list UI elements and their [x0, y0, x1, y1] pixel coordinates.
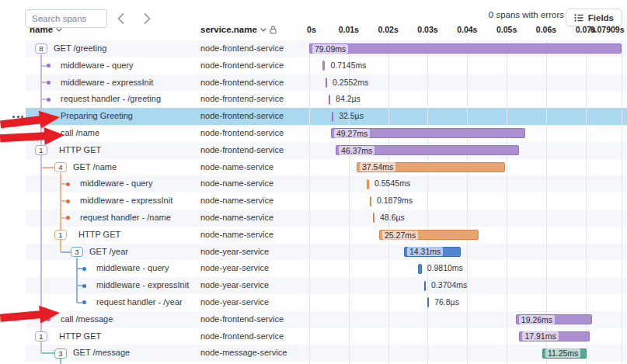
span-actions-button[interactable] — [12, 116, 23, 118]
span-duration-label: 46.37ms — [339, 146, 374, 155]
span-row[interactable]: middleware - expressInitnode-year-servic… — [0, 277, 627, 294]
span-bar: 14.31ms — [404, 247, 461, 257]
span-count-badge[interactable]: 1 — [35, 145, 47, 155]
axis-tick-label: 0.06s — [536, 25, 556, 34]
span-bar — [326, 78, 327, 88]
span-duration-label: 11.25ms — [545, 348, 581, 358]
span-duration-label: 0.1879ms — [377, 192, 413, 210]
span-service-name: node-name-service — [200, 159, 273, 176]
span-row[interactable]: request handler - /namenode-name-service… — [0, 210, 627, 227]
span-duration-label: 32.5µs — [339, 108, 364, 125]
tree-stub — [61, 183, 66, 185]
span-bar — [329, 95, 330, 105]
chevron-down-icon — [56, 28, 62, 32]
span-name: middleware - query — [80, 175, 153, 192]
span-duration-label: 17.91ms — [522, 331, 558, 341]
span-service-name: node-frontend-service — [200, 311, 284, 328]
span-row[interactable]: 4GET /namenode-name-service37.54ms — [0, 159, 627, 176]
span-duration-label: 76.8µs — [434, 294, 459, 311]
span-duration-label: 79.09ms — [312, 44, 348, 54]
axis-tick-label: 0.02s — [378, 25, 399, 34]
span-row[interactable]: 8GET /greetingnode-frontend-service79.09… — [0, 40, 627, 57]
tree-stub — [77, 268, 82, 269]
span-name: middleware - expressInit — [61, 75, 153, 92]
span-service-name: node-name-service — [200, 175, 273, 192]
tree-stub — [77, 285, 82, 286]
span-service-name: node-year-service — [200, 294, 269, 311]
span-rows: 8GET /greetingnode-frontend-service79.09… — [0, 40, 627, 364]
span-bar: 79.09ms — [309, 43, 622, 54]
axis-tick-label: 0.07909s — [590, 25, 625, 34]
span-bar — [418, 264, 422, 274]
span-service-name: node-frontend-service — [200, 142, 284, 159]
span-dot-icon — [47, 81, 51, 85]
span-name: middleware - query — [96, 260, 169, 277]
span-dot-icon — [47, 98, 51, 102]
span-count-badge[interactable]: 1 — [54, 230, 67, 240]
span-service-name: node-name-service — [200, 227, 273, 244]
span-row[interactable]: middleware - querynode-frontend-service0… — [0, 57, 627, 75]
span-count-badge[interactable]: 3 — [54, 348, 67, 359]
span-duration-label: 0.7145ms — [330, 57, 366, 75]
tree-stub — [41, 133, 47, 134]
span-row[interactable]: request handler - /greetingnode-frontend… — [0, 91, 627, 108]
trace-waterfall-view: 0 spans with errors Fields name service.… — [0, 0, 627, 364]
span-row[interactable]: call /messagenode-frontend-service19.26m… — [0, 311, 627, 328]
span-duration-label: 25.27ms — [382, 231, 418, 240]
span-row[interactable]: middleware - querynode-year-service0.981… — [0, 260, 627, 277]
span-row[interactable]: 1HTTP GETnode-frontend-service17.91ms — [0, 328, 627, 345]
span-row[interactable]: 1HTTP GETnode-frontend-service46.37ms — [0, 142, 627, 159]
span-dot-icon — [47, 131, 51, 135]
span-name: GET /name — [73, 159, 117, 176]
span-bar — [373, 213, 374, 223]
span-row[interactable]: 1HTTP GETnode-name-service25.27ms — [0, 227, 627, 244]
span-duration-label: 84.2µs — [336, 91, 361, 108]
span-bar — [427, 297, 429, 307]
span-dot-icon — [47, 317, 51, 321]
span-name: request handler - /greeting — [61, 91, 161, 108]
span-duration-label: 19.26ms — [519, 315, 555, 324]
span-row[interactable]: call /namenode-frontend-service49.27ms — [0, 125, 627, 142]
span-name: middleware - query — [61, 57, 134, 75]
span-count-badge[interactable]: 4 — [54, 162, 67, 172]
span-row[interactable]: middleware - querynode-name-service0.554… — [0, 175, 627, 192]
column-header-service-name[interactable]: service.name — [200, 25, 277, 34]
span-count-badge[interactable]: 3 — [71, 247, 83, 257]
span-count-badge[interactable]: 8 — [35, 43, 47, 54]
span-service-name: node-frontend-service — [200, 75, 284, 92]
column-header-name[interactable]: name — [30, 25, 62, 34]
span-bar: 17.91ms — [519, 331, 590, 341]
span-row[interactable]: middleware - expressInitnode-frontend-se… — [0, 75, 627, 92]
span-name: request handler - /name — [80, 210, 171, 227]
span-row[interactable]: 3GET /messagenode-message-service11.25ms — [0, 345, 627, 362]
span-service-name: node-message-service — [200, 345, 287, 362]
span-service-name: node-frontend-service — [200, 91, 284, 108]
span-name: GET /greeting — [54, 40, 106, 57]
span-count-badge[interactable]: 1 — [35, 331, 47, 341]
span-row[interactable]: request handler - /yearnode-year-service… — [0, 294, 627, 311]
tree-stub — [41, 81, 47, 83]
name-column-label: name — [30, 25, 53, 34]
tree-stub — [77, 302, 82, 303]
span-dot-icon — [47, 115, 51, 119]
span-name: HTTP GET — [78, 227, 120, 244]
span-bar: 25.27ms — [379, 230, 479, 240]
span-bar: 46.37ms — [336, 145, 519, 155]
tree-stub — [61, 217, 66, 219]
span-dot-icon — [82, 284, 86, 288]
lock-icon — [270, 26, 277, 34]
span-bar — [367, 179, 369, 189]
span-dot-icon — [82, 300, 86, 304]
span-name: request handler - /year — [96, 294, 183, 311]
span-row[interactable]: middleware - expressInitnode-name-servic… — [0, 192, 627, 210]
span-name: GET /message — [73, 345, 130, 362]
span-duration-label: 14.31ms — [407, 247, 443, 256]
axis-tick-label: 0.03s — [417, 25, 437, 34]
span-row[interactable]: 3GET /yearnode-year-service14.31ms — [0, 244, 627, 261]
span-dot-icon — [47, 64, 51, 68]
span-row[interactable]: Preparing Greetingnode-frontend-service3… — [0, 108, 627, 125]
span-service-name: node-year-service — [200, 260, 269, 277]
span-bar — [322, 61, 326, 71]
span-duration-label: 0.9810ms — [427, 260, 463, 277]
span-service-name: node-frontend-service — [200, 108, 284, 125]
